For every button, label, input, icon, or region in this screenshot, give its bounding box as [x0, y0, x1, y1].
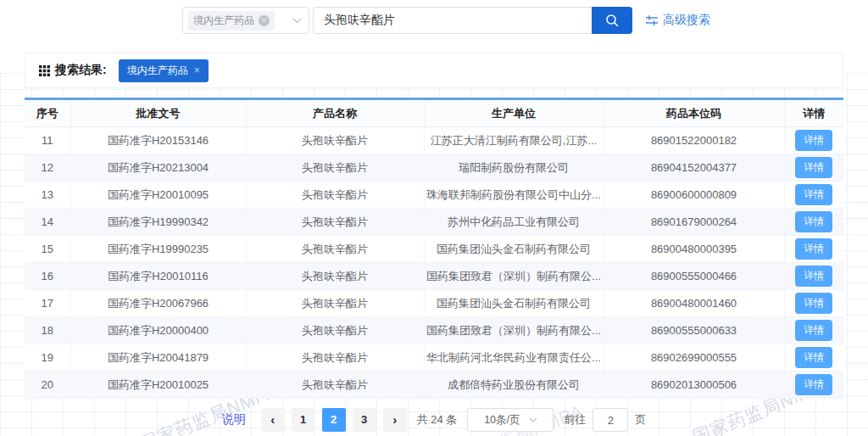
- table-row: 14 国药准字H19990342 头孢呋辛酯片 苏州中化药品工业有限公司 869…: [25, 209, 843, 236]
- cell-approval: 国药准字H20010116: [70, 263, 246, 290]
- page-button-2-current[interactable]: 2: [322, 408, 346, 432]
- advanced-search-label: 高级搜索: [663, 13, 710, 28]
- cell-product: 头孢呋辛酯片: [246, 317, 424, 344]
- detail-button[interactable]: 详情: [795, 238, 832, 260]
- cell-approval: 国药准字H20000400: [70, 317, 246, 344]
- goto-suffix-label: 页: [635, 412, 646, 428]
- category-tag: 境内生产药品 ×: [188, 11, 275, 31]
- detail-button[interactable]: 详情: [795, 157, 832, 178]
- detail-button[interactable]: 详情: [795, 266, 832, 287]
- table-row: 15 国药准字H19990235 头孢呋辛酯片 国药集团汕头金石制药有限公司 8…: [25, 236, 843, 263]
- cell-detail: 详情: [784, 263, 843, 290]
- sliders-icon: [646, 14, 658, 26]
- cell-product: 头孢呋辛酯片: [246, 154, 424, 182]
- cell-approval: 国药准字H19990235: [70, 236, 246, 263]
- cell-product: 头孢呋辛酯片: [246, 372, 424, 399]
- cell-manufacturer: 国药集团致君（深圳）制药有限公...: [424, 263, 604, 290]
- category-select[interactable]: 境内生产药品 ×: [182, 7, 309, 34]
- cell-seq: 20: [25, 372, 70, 399]
- page-size-select[interactable]: 10条/页: [467, 408, 554, 432]
- results-bar: 搜索结果: 境内生产药品 ×: [25, 53, 843, 88]
- category-tag-close-icon[interactable]: ×: [259, 15, 270, 26]
- cell-code: 86902699000555: [604, 344, 784, 372]
- table-header: 序号 批准文号 产品名称 生产单位 药品本位码 详情: [25, 99, 843, 127]
- filter-tag-label: 境内生产药品: [127, 64, 188, 78]
- cell-code: 86904152004377: [604, 154, 784, 182]
- column-header-manufacturer: 生产单位: [424, 99, 604, 127]
- page-button-1[interactable]: 1: [292, 408, 315, 432]
- search-input[interactable]: [313, 7, 592, 34]
- column-header-product: 产品名称: [246, 99, 424, 127]
- column-header-code: 药品本位码: [604, 99, 784, 127]
- detail-button[interactable]: 详情: [795, 293, 832, 314]
- column-header-detail: 详情: [784, 99, 843, 127]
- cell-product: 头孢呋辛酯片: [246, 290, 424, 317]
- cell-detail: 详情: [784, 372, 843, 399]
- cell-approval: 国药准字H20067966: [70, 290, 246, 317]
- cell-manufacturer: 成都倍特药业股份有限公司: [424, 372, 604, 399]
- detail-button[interactable]: 详情: [795, 211, 832, 232]
- cell-approval: 国药准字H20010095: [70, 182, 246, 209]
- advanced-search-link[interactable]: 高级搜索: [646, 13, 710, 28]
- cell-seq: 19: [25, 344, 70, 372]
- cell-seq: 16: [25, 263, 70, 290]
- cell-detail: 详情: [784, 290, 843, 317]
- cell-product: 头孢呋辛酯片: [246, 182, 424, 209]
- cell-product: 头孢呋辛酯片: [246, 236, 424, 263]
- table-body: 11 国药准字H20153146 头孢呋辛酯片 江苏正大清江制药有限公司,江苏.…: [25, 127, 843, 399]
- filter-tag-close-icon[interactable]: ×: [194, 64, 200, 76]
- cell-manufacturer: 华北制药河北华民药业有限责任公...: [424, 344, 604, 372]
- cell-manufacturer: 瑞阳制药股份有限公司: [424, 154, 604, 182]
- cell-manufacturer: 国药集团汕头金石制药有限公司: [424, 236, 604, 263]
- page-button-3[interactable]: 3: [353, 408, 376, 432]
- next-page-button[interactable]: ›: [383, 408, 407, 432]
- detail-button[interactable]: 详情: [795, 184, 832, 205]
- cell-manufacturer: 珠海联邦制药股份有限公司中山分...: [424, 182, 604, 209]
- cell-manufacturer: 国药集团汕头金石制药有限公司: [424, 290, 604, 317]
- column-header-seq: 序号: [25, 99, 70, 127]
- cell-code: 86901679000264: [604, 209, 784, 236]
- detail-button[interactable]: 详情: [795, 347, 832, 368]
- detail-button[interactable]: 详情: [795, 374, 832, 395]
- note-link[interactable]: 说明: [222, 412, 246, 428]
- cell-seq: 12: [25, 154, 70, 182]
- detail-button[interactable]: 详情: [795, 130, 832, 151]
- table-row: 20 国药准字H20010025 头孢呋辛酯片 成都倍特药业股份有限公司 869…: [25, 372, 843, 399]
- table-row: 19 国药准字H20041879 头孢呋辛酯片 华北制药河北华民药业有限责任公.…: [25, 344, 843, 372]
- cell-detail: 详情: [784, 344, 843, 372]
- pagination: 说明 ‹ 1 2 3 › 共 24 条 10条/页 前往 页: [0, 408, 868, 432]
- goto-page-input[interactable]: [593, 408, 628, 432]
- cell-approval: 国药准字H20041879: [70, 344, 246, 372]
- results-table: 序号 批准文号 产品名称 生产单位 药品本位码 详情 11 国药准字H20153…: [25, 98, 843, 399]
- search-button[interactable]: [592, 7, 632, 34]
- table-row: 13 国药准字H20010095 头孢呋辛酯片 珠海联邦制药股份有限公司中山分.…: [25, 182, 843, 209]
- goto-page: 前往 页: [564, 408, 646, 432]
- cell-manufacturer: 江苏正大清江制药有限公司,江苏...: [424, 127, 604, 154]
- cell-product: 头孢呋辛酯片: [246, 344, 424, 372]
- cell-approval: 国药准字H20213004: [70, 154, 246, 182]
- chevron-down-icon: [529, 417, 537, 422]
- search-bar: 境内生产药品 × 高级搜索: [182, 7, 710, 34]
- page-size-value: 10条/页: [484, 413, 520, 428]
- chevron-down-icon: [292, 18, 302, 24]
- cell-code: 86900480001460: [604, 290, 784, 317]
- cell-approval: 国药准字H20010025: [70, 372, 246, 399]
- cell-detail: 详情: [784, 154, 843, 182]
- cell-detail: 详情: [784, 209, 843, 236]
- grid-icon: [39, 65, 50, 76]
- category-tag-label: 境内生产药品: [193, 14, 254, 28]
- cell-code: 86900555000633: [604, 317, 784, 344]
- cell-code: 86901522000182: [604, 127, 784, 154]
- search-input-group: [313, 7, 632, 34]
- cell-seq: 14: [25, 209, 70, 236]
- column-header-approval: 批准文号: [70, 99, 246, 127]
- cell-code: 86900480000395: [604, 236, 784, 263]
- filter-tag[interactable]: 境内生产药品 ×: [119, 59, 209, 82]
- cell-code: 86900600000809: [604, 182, 784, 209]
- detail-button[interactable]: 详情: [795, 320, 832, 341]
- cell-detail: 详情: [784, 182, 843, 209]
- cell-product: 头孢呋辛酯片: [246, 209, 424, 236]
- prev-page-button[interactable]: ‹: [261, 408, 285, 432]
- cell-seq: 17: [25, 290, 70, 317]
- cell-code: 86902013000506: [604, 372, 784, 399]
